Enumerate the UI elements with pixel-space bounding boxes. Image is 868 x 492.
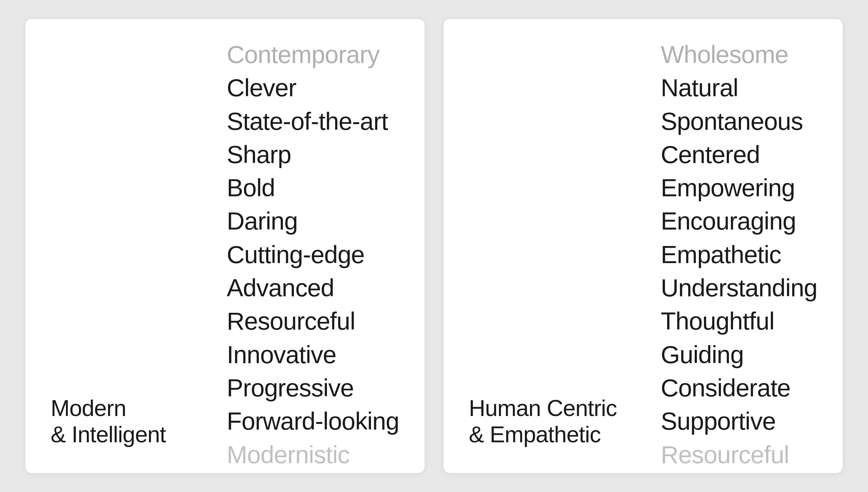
word-list-human: WholesomeNaturalSpontaneousCenteredEmpow… — [648, 19, 843, 473]
card-label-line1-human: Human Centric& Empathetic — [469, 395, 617, 447]
word-item: Considerate — [661, 371, 817, 404]
card-label-line1: Modern& Intelligent — [51, 395, 166, 447]
word-item: Thoughtful — [661, 304, 817, 338]
word-item: Spontaneous — [661, 105, 817, 138]
word-item: Empowering — [661, 171, 817, 204]
card-modern-intelligent: Modern& Intelligent ContemporaryCleverSt… — [25, 19, 425, 473]
word-item: Contemporary — [227, 38, 399, 71]
word-item: Supportive — [661, 404, 817, 438]
word-item: Innovative — [227, 338, 399, 371]
word-item: Wholesome — [661, 38, 817, 71]
word-item: Guiding — [661, 338, 817, 371]
word-item: Understanding — [661, 271, 817, 304]
word-list-modern: ContemporaryCleverState-of-the-artSharpB… — [214, 19, 425, 473]
word-item: Futuristic — [227, 471, 399, 473]
word-item: Advanced — [227, 271, 399, 304]
word-item: Empathetic — [661, 238, 817, 271]
word-item: State-of-the-art — [227, 105, 399, 138]
word-item: Sharp — [227, 138, 399, 171]
word-item: Natural — [661, 71, 817, 104]
word-item: Resourceful — [661, 438, 817, 471]
card-label-human: Human Centric& Empathetic — [469, 395, 617, 448]
word-item: Progressive — [227, 371, 399, 404]
word-item: Centered — [661, 138, 817, 171]
word-item: Bold — [227, 171, 399, 204]
word-item: Resourceful — [227, 304, 399, 338]
word-item: Encouraging — [661, 204, 817, 238]
card-human-centric: Human Centric& Empathetic WholesomeNatur… — [443, 19, 843, 473]
word-item: Clever — [227, 71, 399, 104]
word-item: Daring — [227, 204, 399, 238]
word-item: Cutting-edge — [227, 238, 399, 271]
word-item: Forward-looking — [227, 404, 399, 438]
word-item: Modernistic — [227, 438, 399, 471]
card-label-modern: Modern& Intelligent — [51, 395, 166, 448]
